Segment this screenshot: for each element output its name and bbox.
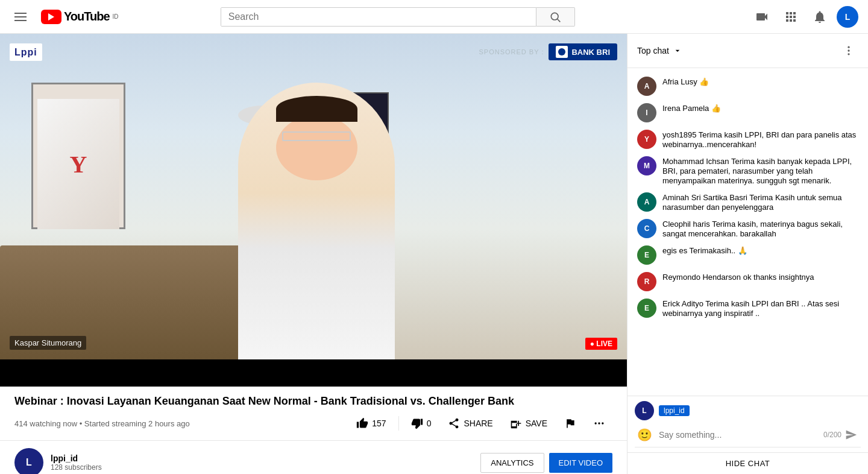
video-meta: Webinar : Inovasi Layanan Keuanganan Saa… — [0, 387, 627, 441]
chat-panel: Top chat AAfria Lusy 👍IIrena Pamela 👍Yyo… — [627, 34, 868, 474]
thumbs-up-icon — [356, 417, 368, 429]
chat-more-button[interactable] — [839, 41, 858, 60]
share-label: SHARE — [464, 419, 492, 428]
chat-message: Eegis es Terimakasih.. 🙏 — [627, 242, 868, 268]
message-avatar: Y — [637, 130, 656, 149]
message-username: Cleophil haris Terima kasih, materinya b… — [662, 220, 843, 238]
chat-input[interactable] — [654, 428, 823, 442]
message-text: 👍 — [711, 104, 721, 113]
like-button[interactable]: 157 — [349, 414, 393, 433]
hide-chat-button[interactable]: HIDE CHAT — [627, 452, 868, 474]
analytics-button[interactable]: ANALYTICS — [480, 453, 544, 473]
youtube-logo[interactable]: YouTubeID — [41, 10, 119, 24]
share-button[interactable]: SHARE — [441, 414, 500, 433]
message-content: yosh1895 Terima kasih LPPI, BRI dan para… — [662, 130, 858, 149]
channel-name: lppi_id — [51, 453, 102, 463]
save-icon — [510, 417, 522, 429]
message-content: Aminah Sri Sartika Basri Terima Kasih un… — [662, 192, 858, 212]
bri-icon — [556, 46, 568, 58]
message-avatar: M — [637, 156, 656, 175]
lppi-logo: Lppi — [10, 43, 42, 61]
search-icon — [549, 11, 561, 23]
send-icon — [845, 429, 857, 441]
svg-point-4 — [602, 423, 603, 425]
chat-input-row: 🙂 0/200 — [635, 425, 861, 447]
bri-logo: BANK BRI — [549, 43, 617, 60]
search-input-wrap — [221, 7, 536, 27]
video-player[interactable]: Y Lppi — [0, 34, 627, 387]
edit-video-button[interactable]: EDIT VIDEO — [549, 453, 612, 473]
channel-left: L lppi_id 128 subscribers — [14, 448, 102, 474]
message-content: Reymondo Hendarson ok thanks insightnya — [662, 272, 858, 282]
chat-header: Top chat — [627, 34, 868, 68]
action-separator — [398, 416, 399, 431]
notifications-icon[interactable] — [808, 5, 832, 29]
message-text: Terima kasih LPPI dan BRI .. Atas sesi w… — [662, 299, 839, 318]
message-avatar: E — [637, 245, 656, 265]
chat-user-row: L lppi_id — [635, 401, 861, 420]
message-avatar: R — [637, 272, 656, 291]
header: YouTubeID L — [0, 0, 868, 34]
message-text: Terimakasih.. 🙏 — [690, 246, 747, 255]
message-username: yosh1895 Terima kasih LPPI, BRI dan para… — [662, 130, 856, 149]
send-button[interactable] — [841, 425, 861, 444]
message-avatar: C — [637, 219, 656, 238]
flag-button[interactable] — [557, 414, 583, 433]
channel-right: ANALYTICS EDIT VIDEO — [480, 453, 612, 473]
message-avatar: I — [637, 103, 656, 122]
user-avatar[interactable]: L — [837, 6, 858, 28]
chat-message: MMohammad Ichsan Terima kasih banyak kep… — [627, 153, 868, 189]
logo-area: YouTubeID — [41, 10, 119, 24]
more-button[interactable] — [586, 414, 612, 433]
channel-avatar[interactable]: L — [14, 448, 43, 474]
message-content: Cleophil haris Terima kasih, materinya b… — [662, 219, 858, 238]
video-stats: 414 watching now • Started streaming 2 h… — [14, 419, 190, 428]
svg-point-2 — [595, 423, 597, 425]
chat-input-area: L lppi_id 🙂 0/200 — [627, 396, 868, 452]
dislike-button[interactable]: 0 — [404, 414, 439, 433]
flag-icon — [564, 417, 576, 429]
message-content: Irena Pamela 👍 — [662, 103, 858, 113]
message-text: Terima Kasih untuk semua narasumber dan … — [662, 193, 841, 212]
message-text: Terima kasih banyak kepada LPPI, BRI, pa… — [662, 157, 852, 185]
search-button[interactable] — [536, 7, 575, 27]
video-stats-row: 414 watching now • Started streaming 2 h… — [14, 414, 612, 433]
message-username: Erick Adityo Terima kasih LPPI dan BRI .… — [662, 299, 839, 318]
like-count: 157 — [372, 419, 386, 428]
save-label: SAVE — [526, 419, 547, 428]
share-icon — [448, 417, 460, 429]
video-actions: 157 0 SHARE SAVE — [349, 414, 612, 433]
more-vert-icon — [843, 45, 855, 57]
message-username: Irena Pamela 👍 — [662, 104, 721, 113]
chat-username-badge: lppi_id — [659, 405, 690, 416]
emoji-button[interactable]: 🙂 — [635, 425, 654, 444]
create-video-icon[interactable] — [750, 5, 774, 29]
youtube-text: YouTube — [64, 10, 110, 24]
search-input[interactable] — [221, 8, 536, 26]
thumbs-down-icon — [411, 417, 423, 429]
svg-point-5 — [848, 46, 849, 48]
message-text: 👍 — [699, 77, 709, 86]
video-area: Y Lppi — [0, 34, 627, 474]
svg-point-7 — [848, 53, 849, 55]
channel-details: lppi_id 128 subscribers — [51, 453, 102, 472]
message-avatar: A — [637, 192, 656, 212]
chevron-down-icon — [673, 46, 682, 55]
menu-icon[interactable] — [10, 5, 31, 28]
sponsor-badge: SPONSORED BY : BANK BRI — [479, 43, 618, 60]
youtube-country: ID — [113, 13, 119, 20]
chat-message: Yyosh1895 Terima kasih LPPI, BRI dan par… — [627, 126, 868, 153]
search-area — [221, 7, 575, 27]
chat-messages: AAfria Lusy 👍IIrena Pamela 👍Yyosh1895 Te… — [627, 68, 868, 396]
svg-point-3 — [598, 423, 600, 425]
more-icon — [593, 417, 605, 429]
dislike-count: 0 — [427, 419, 432, 428]
message-username: Aminah Sri Sartika Basri Terima Kasih un… — [662, 193, 841, 212]
video-placeholder: Y Lppi — [0, 34, 627, 359]
chat-title-wrap[interactable]: Top chat — [637, 46, 682, 55]
apps-icon[interactable] — [779, 5, 803, 29]
chat-message: AAminah Sri Sartika Basri Terima Kasih u… — [627, 189, 868, 215]
message-username: Reymondo Hendarson ok thanks insightnya — [662, 273, 814, 282]
save-button[interactable]: SAVE — [503, 414, 555, 433]
chat-message: AAfria Lusy 👍 — [627, 73, 868, 100]
